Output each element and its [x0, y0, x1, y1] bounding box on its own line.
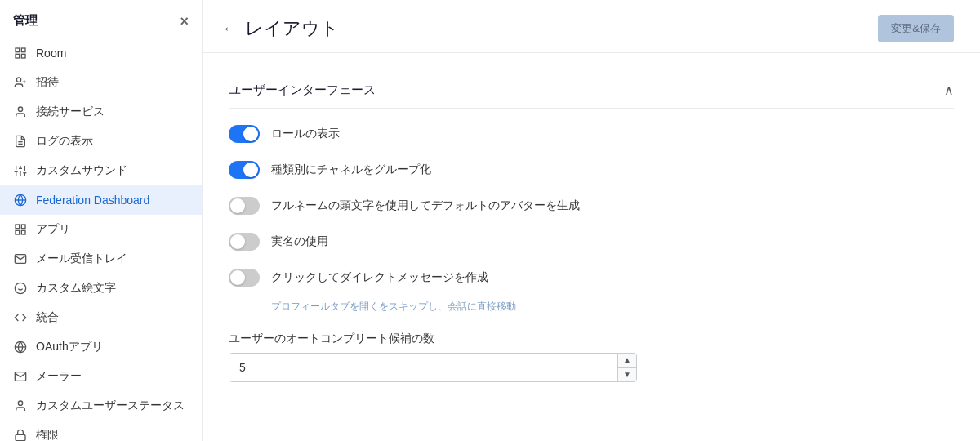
sidebar-item-log-display[interactable]: ログの表示 [0, 127, 202, 156]
svg-rect-2 [16, 54, 20, 58]
sidebar-item-custom-emoji[interactable]: カスタム絵文字 [0, 274, 202, 303]
svg-rect-0 [16, 48, 20, 52]
sidebar-item-label: アプリ [36, 222, 70, 237]
sidebar-item-label: 統合 [36, 310, 59, 325]
setting-row-group-by-type: 種類別にチャネルをグループ化 [229, 161, 954, 179]
sidebar-item-mail-inbox[interactable]: メール受信トレイ [0, 244, 202, 274]
svg-point-25 [15, 283, 25, 293]
svg-rect-24 [21, 230, 25, 234]
autocomplete-input-container: ▲ ▼ [229, 353, 637, 382]
close-icon[interactable]: × [180, 14, 189, 29]
mail-icon [13, 369, 28, 384]
sidebar-item-custom-user-status[interactable]: カスタムユーザーステータス [0, 391, 202, 421]
svg-point-4 [16, 78, 20, 82]
toggle-use-real-name[interactable] [229, 233, 260, 251]
sidebar-item-mailer[interactable]: メーラー [0, 362, 202, 391]
svg-point-7 [18, 107, 22, 111]
sidebar-item-integration[interactable]: 統合 [0, 303, 202, 332]
lock-icon [13, 428, 28, 441]
sidebar-header: 管理 × [0, 0, 202, 38]
settings-list: ロールの表示種類別にチャネルをグループ化フルネームの頭文字を使用してデフォルトの… [229, 125, 954, 314]
svg-point-30 [18, 401, 22, 405]
autocomplete-input[interactable] [229, 354, 617, 381]
spinner-up-button[interactable]: ▲ [618, 354, 636, 368]
file-text-icon [13, 134, 28, 149]
toggle-use-initials[interactable] [229, 197, 260, 215]
svg-rect-22 [21, 225, 25, 229]
toggle-row: クリックしてダイレクトメッセージを作成 [229, 269, 488, 287]
content-area: ユーザーインターフェース ∧ ロールの表示種類別にチャネルをグループ化フルネーム… [203, 53, 980, 441]
ui-section: ユーザーインターフェース ∧ ロールの表示種類別にチャネルをグループ化フルネーム… [229, 73, 954, 382]
svg-rect-23 [16, 230, 20, 234]
sidebar-item-label: メーラー [36, 369, 82, 384]
sidebar-item-invite[interactable]: 招待 [0, 68, 202, 97]
setting-label-use-real-name: 実名の使用 [271, 234, 328, 249]
setting-label-show-roles: ロールの表示 [271, 127, 340, 141]
mail-icon [13, 252, 28, 266]
sidebar-item-oauth-apps[interactable]: OAuthアプリ [0, 332, 202, 362]
page-title: レイアウト [245, 16, 339, 41]
spinner-container: ▲ ▼ [617, 354, 636, 381]
sidebar-item-label: 招待 [36, 75, 59, 90]
svg-rect-31 [16, 434, 25, 440]
main-header: ← レイアウト 変更&保存 [203, 0, 980, 53]
toggle-row: 実名の使用 [229, 233, 328, 251]
back-button[interactable]: ← [222, 20, 237, 38]
autocomplete-setting: ユーザーのオートコンプリート候補の数 ▲ ▼ [229, 332, 954, 382]
sidebar-item-apps[interactable]: アプリ [0, 215, 202, 244]
setting-label-use-initials: フルネームの頭文字を使用してデフォルトのアバターを生成 [271, 198, 580, 213]
toggle-click-direct-message[interactable] [229, 269, 260, 287]
toggle-row: 種類別にチャネルをグループ化 [229, 161, 431, 179]
setting-row-use-real-name: 実名の使用 [229, 233, 954, 251]
sidebar-item-label: カスタムサウンド [36, 163, 127, 178]
grid-icon [13, 46, 28, 60]
setting-row-use-initials: フルネームの頭文字を使用してデフォルトのアバターを生成 [229, 197, 954, 215]
globe-icon [13, 193, 28, 207]
toggle-knob [230, 198, 245, 213]
sidebar-item-label: 接続サービス [36, 105, 105, 119]
sidebar-item-label: OAuthアプリ [36, 340, 103, 354]
code-icon [13, 310, 28, 325]
toggle-row: フルネームの頭文字を使用してデフォルトのアバターを生成 [229, 197, 580, 215]
sidebar-item-room[interactable]: Room [0, 38, 202, 68]
sidebar-nav: Room招待接続サービスログの表示カスタムサウンドFederation Dash… [0, 38, 202, 441]
sliders-icon [13, 163, 28, 178]
toggle-knob [243, 127, 258, 141]
grid-small-icon [13, 222, 28, 237]
toggle-knob [230, 234, 245, 249]
svg-rect-3 [21, 54, 25, 58]
sidebar-item-label: 権限 [36, 428, 59, 441]
sidebar-item-label: Federation Dashboard [36, 194, 149, 207]
toggle-knob [243, 163, 258, 177]
sidebar: 管理 × Room招待接続サービスログの表示カスタムサウンドFederation… [0, 0, 203, 441]
sidebar-item-label: カスタムユーザーステータス [36, 399, 185, 413]
save-button[interactable]: 変更&保存 [878, 15, 954, 42]
title-area: ← レイアウト [222, 16, 339, 41]
toggle-row: ロールの表示 [229, 125, 340, 143]
chevron-up-icon[interactable]: ∧ [944, 82, 954, 98]
sidebar-item-custom-sound[interactable]: カスタムサウンド [0, 156, 202, 185]
sidebar-item-connect-service[interactable]: 接続サービス [0, 97, 202, 127]
emoji-icon [13, 281, 28, 296]
toggle-group-by-type[interactable] [229, 161, 260, 179]
setting-label-group-by-type: 種類別にチャネルをグループ化 [271, 163, 431, 177]
sidebar-item-label: Room [36, 47, 66, 60]
sidebar-item-federation-dashboard[interactable]: Federation Dashboard [0, 185, 202, 215]
sidebar-item-label: ログの表示 [36, 134, 93, 149]
main-content: ← レイアウト 変更&保存 ユーザーインターフェース ∧ ロールの表示種類別にチ… [203, 0, 980, 441]
toggle-knob [230, 270, 245, 285]
sidebar-item-permissions[interactable]: 権限 [0, 421, 202, 441]
sidebar-title: 管理 [13, 13, 38, 29]
svg-rect-21 [16, 225, 20, 229]
section-title: ユーザーインターフェース [229, 82, 376, 98]
user-icon [13, 399, 28, 413]
setting-sublabel-click-direct-message: プロフィールタブを開くをスキップし、会話に直接移動 [271, 300, 516, 314]
spinner-down-button[interactable]: ▼ [618, 368, 636, 382]
user-circle-icon [13, 105, 28, 119]
globe-icon [13, 340, 28, 354]
toggle-show-roles[interactable] [229, 125, 260, 143]
setting-label-click-direct-message: クリックしてダイレクトメッセージを作成 [271, 270, 488, 285]
sidebar-item-label: カスタム絵文字 [36, 281, 116, 296]
setting-row-click-direct-message: クリックしてダイレクトメッセージを作成プロフィールタブを開くをスキップし、会話に… [229, 269, 954, 314]
user-plus-icon [13, 75, 28, 90]
